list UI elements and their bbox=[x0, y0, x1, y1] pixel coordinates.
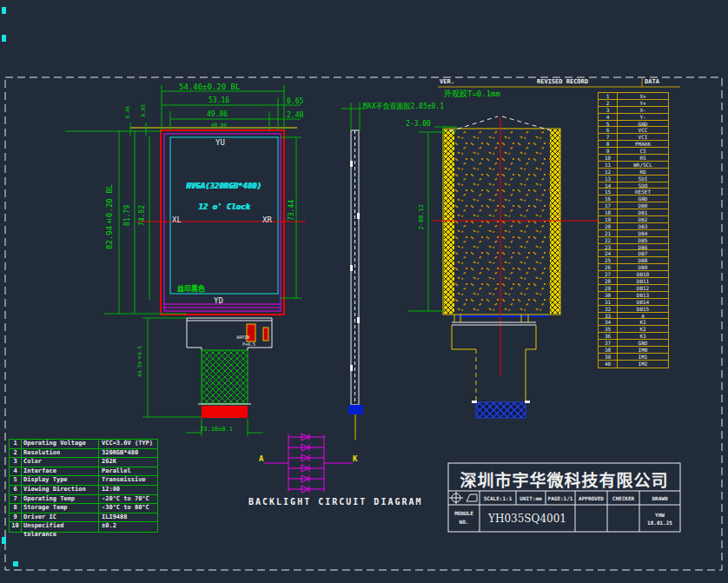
label-xl: XL bbox=[172, 216, 182, 224]
cad-drawing-sheet: YU XL XR YD HVGA(320RGB*480) 12 o' Clock… bbox=[0, 0, 728, 583]
pin-name: K1 bbox=[618, 319, 668, 325]
pin-row: 3X- bbox=[599, 107, 668, 114]
pin-name: Y- bbox=[618, 114, 668, 120]
pin-name: RS bbox=[618, 155, 668, 161]
spec-row: 8Storage Temp-30°C to 80°C bbox=[10, 504, 157, 513]
clock-direction-text: 12 o' Clock bbox=[198, 203, 250, 211]
spec-value: Parallel bbox=[99, 467, 157, 476]
pin-row: 14SDO bbox=[599, 182, 668, 189]
pin-number: 14 bbox=[599, 182, 618, 189]
dim-width-3: 49.86 bbox=[207, 111, 228, 118]
front-view-outline bbox=[130, 128, 306, 315]
dim-offset-top-2: 8.85 bbox=[141, 104, 146, 116]
module-number: YH035SQ4001 bbox=[480, 513, 575, 525]
spec-item: Interface bbox=[22, 467, 99, 476]
pitch-label: P=0.5 bbox=[242, 342, 255, 347]
pin-name: A bbox=[618, 313, 668, 319]
spec-value: Transmissive bbox=[99, 476, 157, 485]
pin-number: 5 bbox=[599, 121, 618, 127]
spec-row: 10Unspecified tolerance±0.2 bbox=[10, 522, 157, 532]
pin-number: 33 bbox=[599, 313, 618, 319]
pin-table: 1X+ 2Y+ 3X- 4Y- 5GND 6VCC 7VCI 8FMARK 9C… bbox=[598, 92, 669, 368]
pin-number: 20 bbox=[599, 223, 618, 229]
pin-number: 32 bbox=[599, 306, 618, 312]
spec-number: 1 bbox=[10, 440, 22, 448]
dim-offset-right-1: 0.65 bbox=[287, 98, 303, 105]
front-fpc bbox=[187, 318, 272, 418]
pin-number: 10 bbox=[599, 155, 618, 161]
dim-height-bl: 82.94±0.20 BL bbox=[106, 184, 114, 249]
pin-row: 31DB14 bbox=[599, 299, 668, 306]
projection-symbol-icon bbox=[449, 492, 477, 504]
pin-number: 21 bbox=[599, 230, 618, 236]
active-area-text: HVGA(320RGB*480) bbox=[186, 182, 261, 190]
dim-width-2: 53.16 bbox=[208, 97, 229, 104]
pin-row: 40IM2 bbox=[599, 361, 668, 368]
side-profile-dimension bbox=[341, 103, 366, 130]
glue-note: 外观胶T=0.1mm bbox=[444, 90, 500, 98]
spec-number: 10 bbox=[10, 522, 22, 532]
pin-name: DB6 bbox=[618, 244, 668, 250]
label-yu: YU bbox=[215, 139, 225, 147]
backlight-anode-label: A bbox=[259, 455, 263, 463]
pin-row: 37GND bbox=[599, 340, 668, 347]
spec-value: VCC=3.0V (TYP) bbox=[99, 440, 157, 448]
unit-label: UNIT:mm bbox=[516, 495, 546, 501]
pin-row: 29DB12 bbox=[599, 285, 668, 292]
pin-name: DB11 bbox=[618, 278, 668, 284]
pin-number: 11 bbox=[599, 162, 618, 168]
pin-name: RESET bbox=[618, 189, 668, 195]
pin-name: SDO bbox=[618, 182, 668, 189]
pin-number: 7 bbox=[599, 134, 618, 140]
dim-fpc-length: 44.50±0.5 bbox=[137, 346, 142, 377]
dim-width-aa: 48.96 bbox=[211, 123, 227, 128]
company-name: 深圳市宇华微科技有限公司 bbox=[450, 467, 678, 491]
pin-name: DB10 bbox=[618, 271, 668, 277]
pin-row: 23DB6 bbox=[599, 244, 668, 251]
spec-value: ILI9488 bbox=[99, 513, 157, 522]
max-thickness-note: MAX不含双面胶2.05±0.1 bbox=[363, 103, 444, 110]
pin-row: 8FMARK bbox=[599, 141, 668, 148]
pin-number: 25 bbox=[599, 257, 618, 263]
backlight-circuit bbox=[264, 434, 353, 493]
pin-number: 4 bbox=[599, 114, 618, 120]
pin-number: 19 bbox=[599, 216, 618, 222]
pin-row: 22DB5 bbox=[599, 237, 668, 244]
spec-item: Driver IC bbox=[22, 513, 99, 522]
pin-row: 24DB7 bbox=[599, 250, 668, 257]
pin-number: 36 bbox=[599, 333, 618, 339]
pin-number: 3 bbox=[599, 107, 618, 113]
pin-row: 6VCC bbox=[599, 127, 668, 134]
pin-number: 27 bbox=[599, 271, 618, 277]
pin-name: IM1 bbox=[618, 354, 668, 360]
pin-row: 11WR/SCL bbox=[599, 162, 668, 169]
pin-row: 30DB13 bbox=[599, 292, 668, 299]
spec-item: Color bbox=[22, 458, 99, 467]
pin-name: GND bbox=[618, 340, 668, 346]
pin-row: 33A bbox=[599, 313, 668, 320]
pin-name: DB9 bbox=[618, 264, 668, 270]
pin-number: 29 bbox=[599, 285, 618, 291]
dim-height-3: 74.02 bbox=[139, 205, 146, 226]
pin-number: 16 bbox=[599, 195, 618, 202]
spec-item: Viewing Direction bbox=[22, 486, 99, 494]
pin-name: DB1 bbox=[618, 209, 668, 215]
pin-name: GND bbox=[618, 195, 668, 202]
pin-name: IM0 bbox=[618, 347, 668, 353]
pin-name: K2 bbox=[618, 326, 668, 332]
page-label: PAGE:1/1 bbox=[546, 495, 575, 501]
revision-data-label: DATA bbox=[645, 79, 659, 85]
pin-number: 17 bbox=[599, 202, 618, 209]
pin-row: 38IM0 bbox=[599, 347, 668, 354]
pin-name: DB2 bbox=[618, 216, 668, 222]
module-label-line2: NO. bbox=[448, 519, 480, 525]
backlight-caption: BACKLIGHT CIRCUIT DIAGRAM bbox=[248, 498, 423, 507]
connector-label: 40PIN bbox=[236, 335, 249, 340]
pin-row: 16GND bbox=[599, 195, 668, 202]
pin-number: 13 bbox=[599, 176, 618, 182]
revision-record-label: REVISED RECORD bbox=[537, 79, 588, 85]
pin-name: IM2 bbox=[618, 361, 668, 368]
pin-row: 27DB10 bbox=[599, 271, 668, 278]
spec-value: ±0.2 bbox=[99, 522, 157, 532]
spec-row: 7Operating Temp-20°C to 70°C bbox=[10, 495, 157, 505]
